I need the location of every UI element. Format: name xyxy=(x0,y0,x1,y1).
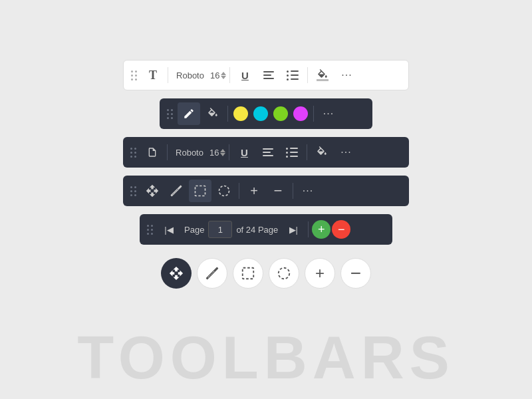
font-size-dark-spinner[interactable] xyxy=(220,149,225,156)
align-button[interactable] xyxy=(257,64,280,86)
divider xyxy=(229,144,229,160)
underline-button[interactable]: U xyxy=(233,64,256,86)
more-object-button[interactable]: ··· xyxy=(297,180,319,202)
divider xyxy=(293,183,293,199)
size-up-dark[interactable] xyxy=(220,149,225,152)
document-button[interactable] xyxy=(141,141,164,164)
float-plus-icon: + xyxy=(315,264,325,283)
divider xyxy=(307,144,307,160)
last-page-button[interactable]: ▶| xyxy=(282,218,305,241)
divider xyxy=(308,221,309,237)
more-options-button-2[interactable]: ··· xyxy=(317,102,340,125)
ruler-icon xyxy=(170,184,183,198)
page-number-input[interactable] xyxy=(208,221,232,238)
float-select-circle-button[interactable] xyxy=(269,258,299,289)
plus-icon: + xyxy=(250,184,258,199)
color-cyan[interactable] xyxy=(253,106,268,121)
text-type-button[interactable]: T xyxy=(142,64,164,86)
font-size-control: 16 xyxy=(210,70,226,80)
toolbar-text-light: T Roboto 16 U xyxy=(123,60,409,90)
font-size-dark-control: 16 xyxy=(209,148,225,158)
pencil-icon xyxy=(183,108,195,120)
float-select-rect-icon xyxy=(241,266,255,281)
main-container: T Roboto 16 U xyxy=(0,0,532,289)
select-circle-icon xyxy=(217,184,231,198)
annotation-fill-icon xyxy=(207,108,219,120)
float-move-button[interactable] xyxy=(161,258,192,289)
move-button[interactable] xyxy=(141,180,164,202)
float-select-circle-icon xyxy=(277,266,291,281)
first-page-icon: |◀ xyxy=(164,225,173,235)
list-icon xyxy=(287,70,299,80)
align-icon xyxy=(263,71,274,79)
font-size-value: 16 xyxy=(210,70,219,80)
divider xyxy=(227,106,228,122)
drag-handle-3[interactable] xyxy=(127,145,140,160)
page-zoom-out-button[interactable]: − xyxy=(332,220,350,239)
first-page-button[interactable]: |◀ xyxy=(158,218,180,241)
color-pink[interactable] xyxy=(293,106,308,121)
page-zoom-in-icon: + xyxy=(318,223,325,237)
more-options-button[interactable]: ··· xyxy=(335,64,358,86)
drag-handle-4[interactable] xyxy=(127,184,140,199)
more-object-icon: ··· xyxy=(303,185,313,197)
more-dark-button[interactable]: ··· xyxy=(334,141,357,164)
more-icon-2: ··· xyxy=(323,108,334,120)
page-zoom-in-button[interactable]: + xyxy=(312,220,331,239)
float-minus-icon: − xyxy=(350,264,361,283)
pencil-button[interactable] xyxy=(178,102,200,125)
float-plus-button[interactable]: + xyxy=(305,258,335,289)
size-down-arrow[interactable] xyxy=(221,76,226,79)
fill-color-button[interactable] xyxy=(311,64,334,86)
fill-dark-button[interactable] xyxy=(311,141,333,164)
list-dark-button[interactable] xyxy=(281,141,303,164)
divider xyxy=(167,144,168,160)
divider xyxy=(307,67,308,83)
float-minus-button[interactable]: − xyxy=(340,258,371,289)
floating-toolbar: + − xyxy=(161,258,371,289)
document-icon xyxy=(147,146,158,159)
fill-dark-icon xyxy=(316,146,328,158)
move-icon xyxy=(146,184,159,198)
zoom-in-button[interactable]: + xyxy=(243,180,265,202)
drag-handle-1[interactable] xyxy=(128,68,140,83)
underline-dark-button[interactable]: U xyxy=(233,141,255,164)
ruler-button[interactable] xyxy=(165,180,188,202)
underline-dark-icon: U xyxy=(241,147,248,158)
last-page-icon: ▶| xyxy=(289,225,298,235)
underline-icon: U xyxy=(241,70,249,81)
list-button[interactable] xyxy=(281,64,304,86)
page-of-total: of 24 Page xyxy=(236,225,278,235)
float-select-rect-button[interactable] xyxy=(233,258,263,289)
svg-rect-0 xyxy=(196,186,205,196)
svg-point-3 xyxy=(279,268,290,279)
svg-rect-2 xyxy=(243,268,254,279)
divider xyxy=(313,106,314,122)
float-ruler-icon xyxy=(205,266,219,281)
list-dark-icon xyxy=(286,148,298,158)
page-zoom-out-icon: − xyxy=(338,223,345,237)
more-dark-icon: ··· xyxy=(340,146,351,158)
select-rect-button[interactable] xyxy=(189,180,211,202)
font-size-spinner[interactable] xyxy=(221,72,226,79)
fill-icon xyxy=(317,69,329,81)
color-green[interactable] xyxy=(273,106,288,121)
toolbar-annotation-dark: ··· xyxy=(160,98,372,129)
zoom-out-button[interactable]: − xyxy=(267,180,289,202)
divider xyxy=(229,67,230,83)
drag-handle-2[interactable] xyxy=(164,106,176,122)
size-down-dark[interactable] xyxy=(220,153,225,156)
size-up-arrow[interactable] xyxy=(221,72,226,75)
select-circle-button[interactable] xyxy=(213,180,235,202)
toolbar-page-dark: |◀ Page of 24 Page ▶| + − xyxy=(140,214,392,245)
font-name-dark-label: Roboto xyxy=(171,148,208,158)
color-yellow[interactable] xyxy=(233,106,248,121)
svg-point-1 xyxy=(219,186,229,196)
drag-handle-5[interactable] xyxy=(144,222,156,237)
more-icon: ··· xyxy=(341,69,352,81)
text-icon: T xyxy=(149,68,157,82)
select-rect-icon xyxy=(194,184,207,198)
annotation-fill-button[interactable] xyxy=(201,102,224,125)
float-ruler-button[interactable] xyxy=(197,258,227,289)
align-dark-button[interactable] xyxy=(257,141,279,164)
